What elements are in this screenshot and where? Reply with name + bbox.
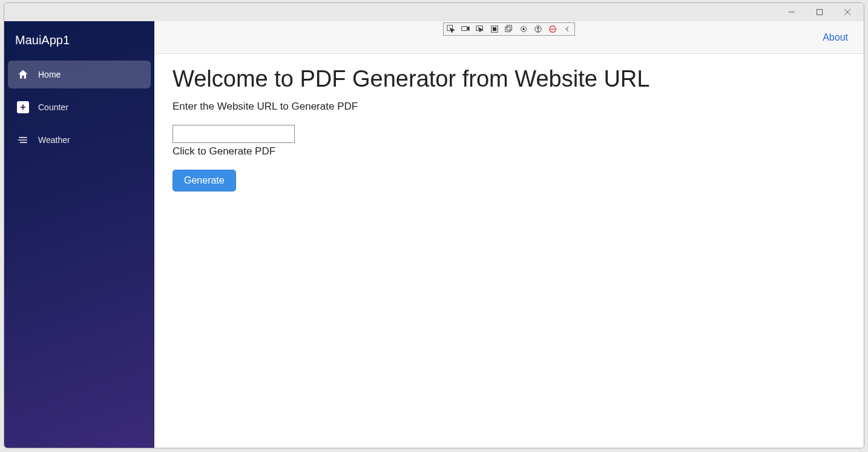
- sidebar-item-counter[interactable]: + Counter: [8, 93, 151, 121]
- app-window: MauiApp1 Home + Counter: [4, 2, 864, 448]
- sidebar-item-label: Counter: [38, 102, 68, 112]
- svg-point-17: [538, 27, 539, 28]
- sidebar: MauiApp1 Home + Counter: [4, 21, 154, 448]
- debug-layers-icon[interactable]: [502, 23, 516, 35]
- sidebar-nav: Home + Counter: [4, 61, 154, 154]
- window-minimize-button[interactable]: [778, 3, 806, 21]
- svg-rect-11: [493, 27, 496, 30]
- debug-target-icon[interactable]: [516, 23, 531, 35]
- url-prompt-label: Enter the Website URL to Generate PDF: [173, 101, 846, 113]
- window-maximize-button[interactable]: [806, 3, 833, 21]
- debug-screencast-icon[interactable]: [458, 23, 473, 35]
- sidebar-item-label: Home: [38, 70, 61, 79]
- generate-hint-label: Click to Generate PDF: [173, 145, 846, 158]
- debug-collapse-icon[interactable]: [560, 23, 574, 35]
- svg-rect-13: [507, 25, 511, 30]
- svg-rect-12: [505, 27, 510, 32]
- debug-select-element-icon[interactable]: [444, 23, 458, 35]
- debug-accessibility-icon[interactable]: [531, 23, 545, 35]
- sidebar-item-weather[interactable]: Weather: [8, 126, 151, 154]
- app-title: MauiApp1: [4, 21, 154, 61]
- plus-icon: +: [16, 101, 30, 114]
- url-input[interactable]: [173, 125, 295, 143]
- window-titlebar: [4, 3, 864, 21]
- debug-stop-icon[interactable]: [545, 23, 560, 35]
- generate-button[interactable]: Generate: [173, 170, 236, 191]
- sidebar-item-label: Weather: [38, 135, 70, 145]
- debug-inspect-icon[interactable]: [473, 23, 487, 35]
- main-area: About Welcome to PDF Generator from Webs…: [154, 21, 864, 448]
- window-close-button[interactable]: [833, 3, 861, 21]
- content: Welcome to PDF Generator from Website UR…: [154, 54, 864, 448]
- sidebar-item-home[interactable]: Home: [8, 61, 151, 88]
- svg-rect-1: [817, 10, 823, 15]
- debug-box-icon[interactable]: [487, 23, 502, 35]
- app-body: MauiApp1 Home + Counter: [4, 21, 864, 448]
- svg-point-15: [522, 28, 524, 30]
- list-icon: [16, 133, 30, 147]
- svg-rect-8: [461, 27, 467, 31]
- debug-toolbar: [443, 22, 575, 36]
- about-link[interactable]: About: [823, 32, 848, 43]
- home-icon: [16, 68, 30, 81]
- page-heading: Welcome to PDF Generator from Website UR…: [173, 66, 846, 92]
